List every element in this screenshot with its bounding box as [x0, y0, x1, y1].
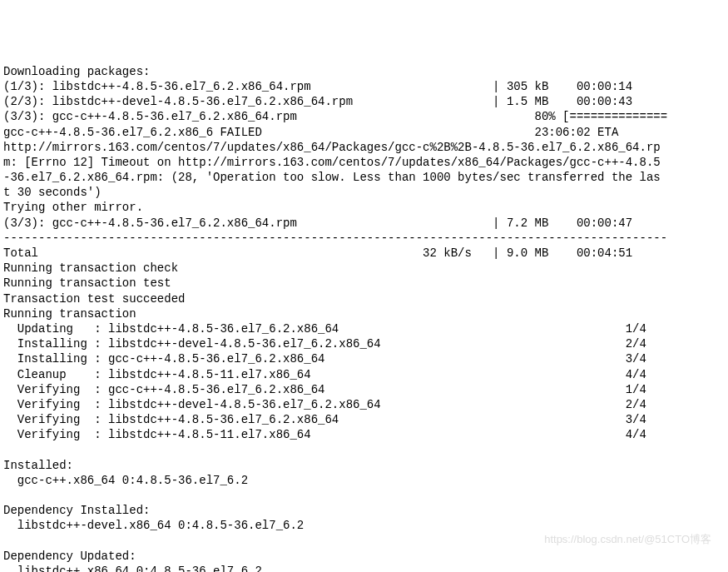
- watermark-text: https://blog.csdn.net/@51CTO博客: [544, 533, 711, 547]
- terminal-output: Downloading packages: (1/3): libstdc++-4…: [3, 64, 728, 572]
